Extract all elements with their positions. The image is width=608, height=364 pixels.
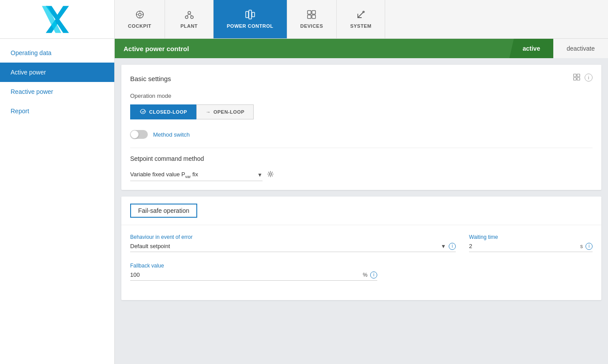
svg-rect-14 <box>249 10 251 19</box>
svg-line-12 <box>189 14 192 16</box>
app-logo <box>42 4 73 35</box>
card-header: Basic settings i <box>130 74 593 84</box>
setpoint-method-dropdown[interactable]: Variable fixed value Pvar fix ▼ <box>130 169 263 181</box>
sidebar-item-operating-data[interactable]: Operating data <box>0 43 114 63</box>
status-bar: Active power control active deactivate <box>115 39 608 58</box>
setpoint-title: Setpoint command method <box>130 155 593 162</box>
svg-point-25 <box>270 173 272 175</box>
fallback-label: Fallback value <box>130 263 377 269</box>
fallback-value-row: 100 % i <box>130 271 377 281</box>
tab-cockpit[interactable]: COCKPIT <box>115 0 165 38</box>
gear-icon[interactable] <box>267 171 274 179</box>
card-action-icons: i <box>573 74 593 84</box>
dropdown-arrow-icon: ▼ <box>257 172 263 178</box>
cockpit-icon <box>135 10 145 21</box>
power-control-label: POWER CONTROL <box>227 23 274 29</box>
fallback-row: Fallback value 100 % i <box>130 263 593 281</box>
devices-label: DEVICES <box>300 23 323 29</box>
operation-mode-label: Operation mode <box>130 93 593 99</box>
sidebar: Operating data Active power Reactive pow… <box>0 39 115 364</box>
behaviour-value-row: Default setpoint ▼ i <box>130 243 456 252</box>
failsafe-card: Fail-safe operation Behaviour in event o… <box>121 197 601 300</box>
svg-point-9 <box>185 16 188 19</box>
behaviour-value: Default setpoint <box>130 243 438 249</box>
open-loop-label: OPEN-LOOP <box>214 109 245 115</box>
behaviour-field-group: Behaviour in event of error Default setp… <box>130 234 456 252</box>
behaviour-label: Behaviour in event of error <box>130 234 456 240</box>
plant-label: PLANT <box>180 23 198 29</box>
plant-icon <box>184 10 194 21</box>
open-loop-icon: → <box>206 109 211 115</box>
behaviour-dropdown-icon[interactable]: ▼ <box>441 243 446 249</box>
operation-mode-buttons: CLOSED-LOOP → OPEN-LOOP <box>130 104 593 119</box>
tab-devices[interactable]: DEVICES <box>287 0 337 38</box>
failsafe-body: Behaviour in event of error Default setp… <box>121 225 601 300</box>
behaviour-info-icon[interactable]: i <box>449 243 456 250</box>
method-switch-toggle[interactable] <box>130 130 148 139</box>
behaviour-waiting-row: Behaviour in event of error Default setp… <box>130 234 593 252</box>
svg-line-11 <box>187 14 189 16</box>
svg-rect-21 <box>574 74 576 77</box>
tab-power-control[interactable]: POWER CONTROL <box>214 0 287 38</box>
svg-point-10 <box>191 16 193 19</box>
svg-rect-13 <box>246 11 248 18</box>
deactivate-button[interactable]: deactivate <box>553 39 608 58</box>
basic-settings-card: Basic settings i Operation mode <box>121 65 601 190</box>
top-nav: COCKPIT PLANT PO <box>0 0 608 39</box>
closed-loop-button[interactable]: CLOSED-LOOP <box>130 104 196 119</box>
sidebar-item-report[interactable]: Report <box>0 101 114 121</box>
sidebar-item-report-label: Report <box>11 108 29 115</box>
svg-rect-24 <box>577 78 580 80</box>
nav-tabs: COCKPIT PLANT PO <box>115 0 608 38</box>
svg-point-3 <box>139 13 141 16</box>
waiting-time-info-icon[interactable]: i <box>585 243 593 250</box>
svg-rect-17 <box>312 11 315 14</box>
method-switch-row: Method switch <box>130 130 593 139</box>
tab-plant[interactable]: PLANT <box>165 0 214 38</box>
main-layout: Operating data Active power Reactive pow… <box>0 39 608 364</box>
svg-point-8 <box>188 11 191 14</box>
waiting-time-label: Waiting time <box>469 234 593 240</box>
power-control-icon <box>245 10 255 21</box>
open-loop-button[interactable]: → OPEN-LOOP <box>196 104 254 119</box>
tab-system[interactable]: SYSTEM <box>337 0 385 38</box>
sidebar-item-active-power-label: Active power <box>11 69 46 76</box>
waiting-time-value: 2 <box>469 243 578 249</box>
content-area: Active power control active deactivate B… <box>115 39 608 364</box>
sidebar-item-reactive-power-label: Reactive power <box>11 88 53 95</box>
status-active-badge: active <box>509 39 553 58</box>
status-title: Active power control <box>115 39 509 58</box>
devices-icon <box>307 10 316 21</box>
method-switch-label: Method switch <box>153 131 190 138</box>
sidebar-item-active-power[interactable]: Active power <box>0 63 114 82</box>
grid-icon[interactable] <box>573 74 581 84</box>
info-icon-card[interactable]: i <box>585 74 593 82</box>
svg-rect-15 <box>252 12 255 17</box>
fallback-unit: % <box>363 272 368 278</box>
setpoint-dropdown-row: Variable fixed value Pvar fix ▼ <box>130 169 593 181</box>
system-label: SYSTEM <box>350 23 372 29</box>
fallback-value: 100 <box>130 271 360 278</box>
svg-rect-23 <box>574 78 576 80</box>
fallback-field-group: Fallback value 100 % i <box>130 263 377 281</box>
sidebar-item-reactive-power[interactable]: Reactive power <box>0 82 114 101</box>
failsafe-header: Fail-safe operation <box>121 197 601 225</box>
logo-area <box>0 0 115 38</box>
waiting-time-value-row: 2 s i <box>469 243 593 252</box>
system-icon <box>356 10 366 21</box>
setpoint-method-value: Variable fixed value Pvar fix <box>130 171 254 179</box>
failsafe-title: Fail-safe operation <box>130 204 197 218</box>
waiting-time-unit: s <box>580 243 583 249</box>
closed-loop-icon <box>139 108 146 115</box>
toggle-knob <box>131 130 139 138</box>
fallback-info-icon[interactable]: i <box>370 271 377 279</box>
sidebar-item-operating-data-label: Operating data <box>11 49 52 56</box>
svg-rect-18 <box>308 15 311 19</box>
svg-rect-22 <box>577 74 580 77</box>
closed-loop-label: CLOSED-LOOP <box>149 109 187 115</box>
svg-rect-16 <box>308 11 311 14</box>
cockpit-label: COCKPIT <box>128 23 151 29</box>
setpoint-section: Setpoint command method Variable fixed v… <box>130 148 593 181</box>
basic-settings-title: Basic settings <box>130 75 171 82</box>
waiting-time-field-group: Waiting time 2 s i <box>469 234 593 252</box>
